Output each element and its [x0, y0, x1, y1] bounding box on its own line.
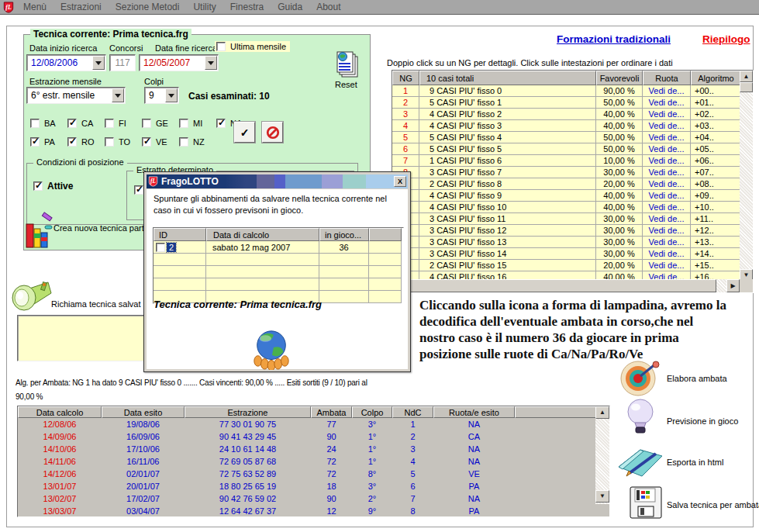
results-row[interactable]: 14/10/0617/10/0624 10 61 14 48241°3NA	[18, 443, 596, 455]
reset-icon[interactable]	[333, 50, 359, 78]
ng-col-casi[interactable]: 10 casi totali	[419, 71, 596, 85]
menu-item-guida[interactable]: Guida	[271, 0, 309, 14]
res-col-ndc[interactable]: NdC	[392, 406, 433, 418]
ng-cell-ruota[interactable]: Vedi de...	[643, 143, 691, 155]
wheel-checkbox-ge[interactable]: GE	[142, 119, 179, 128]
menu-item-sezione-metodi[interactable]: Sezione Metodi	[109, 0, 187, 14]
ng-cell-ruota[interactable]: Vedi de...	[643, 237, 691, 248]
formazioni-link[interactable]: Formazioni tradizionali	[557, 33, 671, 45]
ng-row[interactable]: 55 CASI PIU' fisso 450,00 %Vedi de...+04…	[392, 132, 741, 143]
crea-tecnica-label[interactable]: Crea nuova tecnica part	[53, 223, 144, 233]
ng-row[interactable]: 162 CASI PIU' fisso 1520,00 %Vedi de...+…	[392, 260, 741, 271]
menu-item-menu[interactable]: Menù	[16, 0, 53, 14]
ultima-mensile-checkbox[interactable]: Ultima mensile	[215, 41, 290, 52]
ng-row[interactable]: 104 CASI PIU' fisso 940,00 %Vedi de...+0…	[392, 190, 741, 202]
books-icon[interactable]	[24, 212, 53, 250]
ng-cell-ruota[interactable]: Vedi de...	[643, 178, 691, 190]
results-row[interactable]: 13/01/0720/01/0718 80 25 65 19183°6PA	[18, 480, 596, 492]
ng-row[interactable]: 71 CASI PIU' fisso 610,00 %Vedi de...+06…	[392, 155, 741, 167]
ng-row[interactable]: 83 CASI PIU' fisso 730,00 %Vedi de...+07…	[392, 167, 741, 178]
menu-item-finestra[interactable]: Finestra	[223, 0, 271, 14]
ng-hscroll-thumb[interactable]	[406, 279, 716, 292]
wheel-checkbox-to[interactable]: TO	[105, 137, 142, 147]
wheel-checkbox-ba[interactable]: BA	[30, 119, 67, 128]
results-row[interactable]: 14/09/0616/09/0690 41 43 29 45901°2CA	[18, 430, 596, 443]
dialog-row-checkbox[interactable]	[156, 243, 165, 252]
ng-row[interactable]: 34 CASI PIU' fisso 240,00 %Vedi de...+02…	[392, 109, 741, 120]
menu-item-utility[interactable]: Utility	[186, 0, 223, 14]
export-book-icon[interactable]	[616, 444, 665, 481]
ultima-mensile-box[interactable]	[216, 42, 226, 51]
res-scroll-up[interactable]: ▲	[595, 406, 609, 419]
ng-scroll-track[interactable]	[740, 92, 753, 269]
flashlight-icon[interactable]	[11, 281, 53, 315]
menu-item-about[interactable]: About	[309, 0, 347, 14]
cancel-button[interactable]	[262, 122, 283, 143]
wheel-box[interactable]	[142, 119, 151, 128]
wheel-checkbox-ve[interactable]: VE	[142, 137, 179, 147]
ng-cell-ruota[interactable]: Vedi de...	[643, 202, 691, 213]
wheel-box[interactable]	[30, 119, 40, 128]
ng-cell-ruota[interactable]: Vedi de...	[643, 132, 691, 143]
ng-cell-ruota[interactable]: Vedi de...	[643, 155, 691, 167]
wheel-box[interactable]	[179, 137, 188, 147]
ng-row[interactable]: 133 CASI PIU' fisso 1230,00 %Vedi de...+…	[392, 225, 741, 237]
colpi-combo[interactable]: 9	[144, 87, 179, 104]
ng-hscroll-right[interactable]: ▶	[726, 279, 740, 292]
bulb-icon[interactable]	[622, 397, 659, 437]
wheel-box[interactable]	[142, 137, 151, 147]
dlg-col-gioco[interactable]: in gioco...	[319, 228, 369, 241]
estrazione-combo[interactable]: 6° estr. mensile	[26, 87, 126, 104]
dlg-col-id[interactable]: ID	[154, 228, 206, 241]
ng-row[interactable]: 25 CASI PIU' fisso 150,00 %Vedi de...+01…	[392, 97, 741, 109]
results-row[interactable]: 12/08/0619/08/0677 30 01 90 75773°1NA	[18, 418, 596, 430]
estrazione-dropdown-icon[interactable]	[112, 88, 124, 102]
globe-hands-icon[interactable]	[250, 328, 292, 370]
ng-col-ng[interactable]: NG	[392, 71, 419, 85]
wheel-box[interactable]	[216, 119, 226, 128]
menu-item-estrazioni[interactable]: Estrazioni	[53, 0, 109, 14]
wheel-box[interactable]	[67, 119, 77, 128]
ng-cell-ruota[interactable]: Vedi de...	[643, 120, 691, 132]
salva-tecnica-label[interactable]: Salva tecnica per ambata	[667, 500, 759, 510]
results-row[interactable]: 14/11/0616/11/0672 69 05 87 68721°4NA	[18, 455, 596, 468]
floppy-icon[interactable]	[630, 486, 662, 519]
attive-checkbox[interactable]: Attive	[33, 181, 73, 192]
wheel-box[interactable]	[30, 137, 40, 147]
wheel-checkbox-nz[interactable]: NZ	[179, 137, 216, 147]
ng-row[interactable]: 114 CASI PIU' fisso 1040,00 %Vedi de...+…	[392, 202, 741, 213]
wheel-checkbox-fi[interactable]: FI	[105, 119, 142, 128]
estratto-box[interactable]	[134, 185, 143, 195]
ng-col-favorevoli[interactable]: Favorevoli	[596, 71, 643, 85]
results-row[interactable]: 14/12/0602/01/0772 75 63 52 89728°5VE	[18, 468, 596, 480]
res-col-data-calcolo[interactable]: Data calcolo	[18, 406, 102, 418]
wheel-checkbox-ca[interactable]: CA	[67, 119, 105, 128]
riepilogo-link[interactable]: Riepilogo	[702, 33, 750, 45]
results-row[interactable]: 13/03/0703/04/0712 64 42 67 37129°8PA	[18, 505, 596, 517]
wheel-box[interactable]	[105, 137, 114, 147]
dialog-close-button[interactable]: X	[394, 176, 406, 187]
ng-row[interactable]: 44 CASI PIU' fisso 340,00 %Vedi de...+03…	[392, 120, 741, 132]
ng-row[interactable]: 19 CASI PIU' fisso 090,00 %Vedi de...+00…	[392, 85, 741, 97]
res-scroll-down[interactable]: ▼	[595, 490, 609, 503]
ng-cell-ruota[interactable]: Vedi de...	[643, 97, 691, 109]
wheel-checkbox-mi[interactable]: MI	[179, 119, 216, 128]
ng-cell-ruota[interactable]: Vedi de...	[643, 260, 691, 271]
ng-scroll-up[interactable]: ▲	[740, 71, 753, 82]
dialog-row[interactable]: 2sabato 12 mag 200736	[154, 241, 403, 254]
ng-cell-ruota[interactable]: Vedi de...	[643, 167, 691, 178]
res-col-ambata[interactable]: Ambata	[311, 406, 352, 418]
ng-cell-ruota[interactable]: Vedi de...	[643, 213, 691, 225]
ng-cell-ruota[interactable]: Vedi de...	[643, 225, 691, 237]
ng-scroll-thumb[interactable]	[740, 82, 753, 92]
data-fine-combo[interactable]: 12/05/2007	[139, 54, 219, 71]
elabora-ambata-label[interactable]: Elabora ambata	[667, 374, 727, 383]
data-inizio-dropdown-icon[interactable]	[92, 56, 105, 70]
wheel-box[interactable]	[179, 119, 188, 128]
target-icon[interactable]	[619, 360, 662, 397]
ng-row[interactable]: 143 CASI PIU' fisso 1330,00 %Vedi de...+…	[392, 237, 741, 248]
wheel-box[interactable]	[105, 119, 114, 128]
ng-cell-ruota[interactable]: Vedi de...	[643, 190, 691, 202]
attive-box[interactable]	[33, 181, 43, 191]
wheel-box[interactable]	[67, 137, 77, 147]
